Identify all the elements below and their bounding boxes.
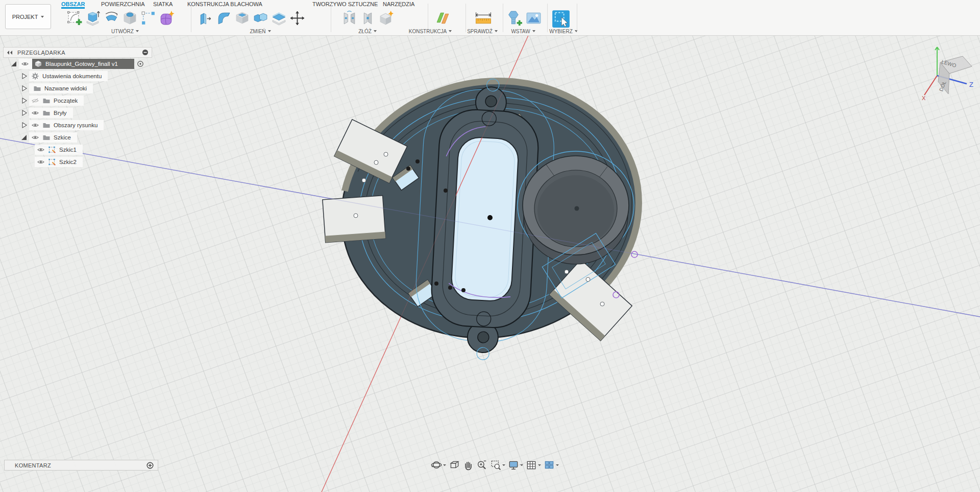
folder-icon (42, 121, 51, 129)
tree-row[interactable]: Początek (3, 95, 156, 107)
measure-icon[interactable] (474, 10, 493, 27)
folder-icon (42, 133, 51, 142)
tree-row[interactable]: Obszary rysunku (3, 119, 156, 131)
revolve-icon[interactable] (103, 10, 120, 27)
zoom-window-icon[interactable] (489, 459, 506, 471)
viewport-canvas[interactable]: PRZEGLĄDARKA Blaupunkt_Gotowy_finall v1 … (0, 36, 980, 492)
eye-icon[interactable] (37, 158, 45, 166)
dropdown-caret-icon (136, 30, 139, 32)
tab-narzedzia[interactable]: NARZĘDZIA (383, 0, 414, 9)
fillet-icon[interactable] (215, 10, 232, 27)
view-cube[interactable]: LEWO DÓŁ X Z (921, 44, 977, 105)
add-comment-icon[interactable] (146, 462, 154, 469)
eye-icon[interactable] (31, 133, 39, 142)
look-at-icon[interactable] (448, 459, 460, 471)
dropdown-caret-icon (502, 464, 505, 466)
dropdown-caret-icon (41, 16, 44, 18)
construction-plane-icon[interactable] (435, 10, 452, 27)
collapsed-triangle-icon[interactable] (20, 97, 28, 104)
tree-row[interactable]: Ustawienia dokumentu (3, 70, 156, 82)
axis-x-label: X (922, 95, 926, 101)
eye-icon (21, 60, 29, 68)
combine-icon[interactable] (252, 10, 269, 27)
eye-icon[interactable] (31, 109, 39, 117)
browser-header[interactable]: PRZEGLĄDARKA (3, 47, 152, 58)
folder-icon (42, 97, 51, 105)
collapsed-triangle-icon[interactable] (20, 73, 28, 80)
tab-tworzywo-sztuczne[interactable]: TWORZYWO SZTUCZNE (312, 0, 378, 9)
group-zmien[interactable]: ZMIEŃ (225, 28, 296, 34)
dropdown-caret-icon (268, 30, 271, 32)
collapsed-triangle-icon[interactable] (20, 85, 28, 92)
collapse-panel-icon[interactable] (7, 50, 13, 55)
expanded-triangle-icon[interactable] (10, 60, 17, 67)
move-icon[interactable] (289, 10, 306, 27)
document-root-item[interactable]: Blaupunkt_Gotowy_finall v1 (32, 59, 134, 69)
toolbar-separator (331, 4, 331, 32)
comment-bar[interactable]: KOMENTARZ (4, 460, 158, 471)
shell-icon[interactable] (234, 10, 251, 27)
viewports-icon[interactable] (543, 459, 559, 471)
document-root-label: Blaupunkt_Gotowy_finall v1 (45, 61, 118, 67)
navigation-toolbar (430, 459, 559, 471)
dropdown-caret-icon (374, 30, 377, 32)
dropdown-caret-icon (538, 464, 541, 466)
orbit-icon[interactable] (430, 459, 447, 471)
folder-icon (33, 84, 41, 92)
visibility-toggle[interactable] (19, 59, 32, 69)
browser-title: PRZEGLĄDARKA (17, 50, 138, 56)
select-icon[interactable] (551, 10, 571, 28)
project-button-label: PROJEKT (12, 14, 38, 20)
tab-konstrukcja-blachowa[interactable]: KONSTRUKCJA BLACHOWA (187, 0, 262, 9)
sketch-icon (48, 158, 56, 166)
group-wybierz[interactable]: WYBIERZ (535, 28, 592, 34)
tree-row[interactable]: Szkic2 (3, 156, 156, 168)
tree-row[interactable]: Bryły (3, 107, 156, 119)
offset-face-icon[interactable] (271, 10, 287, 27)
eye-icon[interactable] (37, 146, 45, 154)
tab-powierzchnia[interactable]: POWIERZCHNIA (101, 0, 145, 9)
dropdown-caret-icon (556, 464, 559, 466)
gear-icon (31, 72, 39, 80)
hole-icon[interactable] (121, 10, 138, 27)
top-toolbar: PROJEKT OBSZAR POWIERZCHNIA SIATKA KONST… (0, 0, 980, 36)
ground-target-icon[interactable] (137, 60, 144, 67)
create-sketch-icon[interactable] (66, 10, 83, 27)
tree-row[interactable]: Szkice (3, 131, 156, 144)
insert-fastener-icon[interactable] (507, 10, 524, 27)
grid-settings-icon[interactable] (525, 459, 542, 471)
collapsed-triangle-icon[interactable] (20, 122, 28, 129)
panel-options-icon[interactable] (142, 49, 149, 56)
project-button[interactable]: PROJEKT (5, 4, 51, 29)
browser-root-row[interactable]: Blaupunkt_Gotowy_finall v1 (3, 58, 156, 70)
rectangular-pattern-icon[interactable] (140, 10, 157, 27)
component-cube-icon (34, 60, 42, 68)
collapsed-triangle-icon[interactable] (20, 109, 28, 116)
eye-hidden-icon[interactable] (31, 97, 39, 105)
create-form-icon[interactable] (158, 10, 175, 27)
eye-icon[interactable] (31, 121, 39, 129)
tab-siatka[interactable]: SIATKA (153, 0, 173, 9)
dropdown-caret-icon (443, 464, 446, 466)
tab-obszar[interactable]: OBSZAR (61, 0, 85, 9)
as-built-joint-icon[interactable] (359, 10, 376, 27)
pan-icon[interactable] (462, 459, 474, 471)
press-pull-icon[interactable] (197, 10, 214, 27)
display-settings-icon[interactable] (507, 459, 524, 471)
tree-row[interactable]: Nazwane widoki (3, 82, 156, 95)
toolbar-separator (191, 4, 191, 32)
folder-icon (42, 109, 51, 117)
joint-icon[interactable] (341, 10, 358, 27)
extrude-icon[interactable] (85, 10, 102, 27)
zoom-icon[interactable] (476, 459, 488, 471)
dropdown-caret-icon (520, 464, 523, 466)
browser-panel: PRZEGLĄDARKA Blaupunkt_Gotowy_finall v1 … (3, 47, 156, 168)
axis-z-label: Z (969, 81, 973, 88)
sketch-icon (48, 146, 56, 154)
group-utworz[interactable]: UTWÓRZ (89, 28, 161, 34)
group-zloz[interactable]: ZŁÓŻ (334, 28, 401, 34)
insert-image-icon[interactable] (525, 10, 542, 27)
new-component-icon[interactable] (378, 10, 395, 27)
expanded-triangle-icon[interactable] (20, 134, 28, 141)
tree-row[interactable]: Szkic1 (3, 144, 156, 156)
